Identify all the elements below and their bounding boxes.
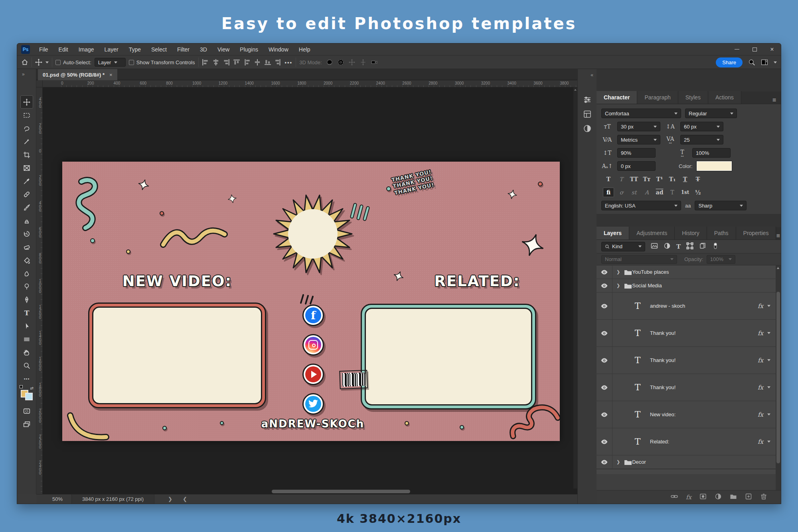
menu-item[interactable]: File [34,44,53,55]
layers-scrollbar[interactable] [776,265,781,490]
fx-expand-icon[interactable] [767,359,770,361]
group-expand-icon[interactable]: ❯ [616,269,620,275]
screen-mode-icon[interactable] [20,417,33,431]
horizontal-scale-field[interactable]: 100% [692,148,731,158]
pen-tool[interactable] [20,293,33,306]
tab-character[interactable]: Character [597,91,637,104]
status-chevron-left[interactable]: ❮ [183,496,187,502]
menu-item[interactable]: Select [146,44,172,55]
move-tool-icon[interactable] [35,59,42,66]
panel-menu-icon[interactable]: ≡ [772,97,781,104]
tab-close-icon[interactable]: × [109,72,113,78]
delete-layer-icon[interactable] [760,493,767,501]
collapsed-panel-icon-2[interactable] [583,110,592,119]
align-left-icon[interactable] [202,59,209,66]
minimize-button[interactable] [728,44,746,55]
layer-row[interactable]: ❯ T Thank you! fx [597,320,781,347]
crop-tool[interactable] [20,148,33,161]
auto-select-checkbox[interactable]: Auto-Select: [55,59,91,65]
align-top-icon[interactable] [233,59,240,66]
layer-name[interactable]: New video: [650,411,676,417]
layer-row[interactable]: ❯ T New video: fx [597,401,781,428]
align-center-h-icon[interactable] [212,59,219,66]
strikethrough-button[interactable]: T [692,174,703,184]
link-layers-icon[interactable] [671,493,678,501]
leading-dropdown[interactable]: 60 px [680,122,723,131]
type-tool[interactable]: T [20,306,33,319]
clone-stamp-tool[interactable] [20,214,33,227]
distribute-right-icon[interactable] [275,59,282,66]
3d-roll-icon[interactable] [337,59,344,66]
status-chevron-right[interactable]: ❯ [168,496,172,502]
layer-row[interactable]: ❯ T Related: fx [597,428,781,455]
collapse-panels-icon[interactable]: « [591,72,593,78]
ligatures-button[interactable]: fi [603,188,614,197]
layer-name[interactable]: Related: [650,439,669,445]
search-icon[interactable] [748,59,755,66]
stylistic-alternates-button[interactable]: ad [654,188,665,197]
layer-name[interactable]: Social Media [632,283,662,289]
background-color[interactable] [25,393,33,400]
kerning-dropdown[interactable]: Metrics [617,135,660,144]
blend-mode-dropdown[interactable]: Normal [601,255,677,264]
3d-pan-icon[interactable] [348,59,356,66]
opacity-field[interactable]: 100% [707,255,735,264]
group-expand-icon[interactable]: ❯ [616,283,620,288]
photoshop-logo[interactable]: Ps [21,45,30,54]
marquee-tool[interactable] [20,109,33,122]
healing-brush-tool[interactable] [20,188,33,201]
3d-camera-icon[interactable] [371,59,378,66]
new-layer-icon[interactable] [745,493,752,501]
faux-italic-button[interactable]: T [616,174,627,184]
auto-select-dropdown[interactable]: Layer [95,58,126,67]
tab-actions[interactable]: Actions [708,91,741,104]
layer-visibility-toggle[interactable] [597,455,612,469]
layer-style-icon[interactable]: fx [686,494,691,501]
align-bottom-icon[interactable] [264,59,271,66]
layer-row[interactable]: ❯ T YouTube places [597,265,781,279]
layer-row[interactable]: ❯ T Decor [597,455,781,469]
layer-visibility-toggle[interactable] [597,347,612,374]
distribute-top-icon[interactable] [243,59,251,66]
layer-visibility-toggle[interactable] [597,428,612,455]
brush-tool[interactable] [20,201,33,214]
menu-item[interactable]: Layer [99,44,124,55]
horizontal-scrollbar[interactable] [43,490,573,493]
document-tab[interactable]: 01.psd @ 50% (RGB/8#) * × [38,69,117,80]
menu-item[interactable]: Image [73,44,99,55]
distribute-center-icon[interactable] [254,59,261,66]
menu-item[interactable]: 3D [195,44,212,55]
small-caps-button[interactable]: Tᴛ [641,174,652,184]
fx-expand-icon[interactable] [767,441,770,443]
hand-tool[interactable] [20,346,33,359]
filter-pixel-layers-icon[interactable] [651,242,658,251]
share-button[interactable]: Share [716,57,743,67]
filter-smart-objects-icon[interactable] [699,242,706,251]
tab-layers[interactable]: Layers [597,227,629,239]
path-selection-tool[interactable] [20,319,33,332]
layer-visibility-toggle[interactable] [597,320,612,346]
layer-name[interactable]: YouTube places [632,269,669,275]
tracking-dropdown[interactable]: 25 [680,135,723,144]
home-icon[interactable] [21,59,28,66]
faux-bold-button[interactable]: T [603,174,614,184]
color-swatches[interactable]: ⇄ [21,388,33,400]
layer-name[interactable]: Thank you! [650,357,676,363]
fx-expand-icon[interactable] [767,332,770,334]
move-tool-dropdown[interactable] [45,61,49,63]
layer-name[interactable]: Decor [632,459,646,465]
3d-slide-icon[interactable] [359,59,367,66]
close-button[interactable]: × [763,44,781,55]
layer-fx-badge[interactable]: fx [758,438,763,445]
new-adjustment-layer-icon[interactable] [715,493,722,501]
eraser-tool[interactable] [20,240,33,253]
menu-item[interactable]: Help [294,44,316,55]
text-color-swatch[interactable] [697,161,732,171]
layer-row[interactable]: ❯ T Social Media [597,279,781,293]
new-group-icon[interactable] [730,493,737,501]
font-size-dropdown[interactable]: 30 px [617,122,660,131]
tab-styles[interactable]: Styles [678,91,708,104]
rectangle-tool[interactable] [20,332,33,346]
history-brush-tool[interactable] [20,227,33,240]
3d-orbit-icon[interactable] [326,59,333,66]
